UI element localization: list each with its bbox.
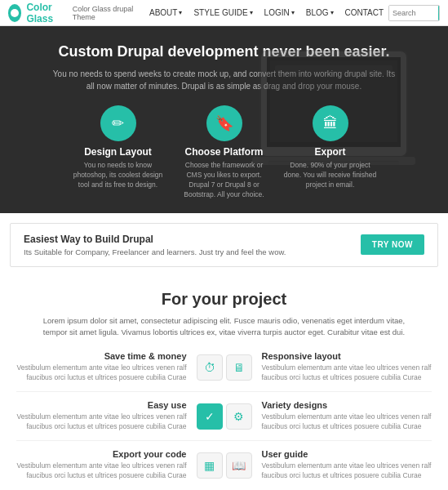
feature-variety: Variety designs Vestibulum elementum ant… xyxy=(255,400,432,432)
hero-section: Custom Drupal development never been eas… xyxy=(0,26,448,213)
brand-tagline: Color Glass drupal Theme xyxy=(73,5,136,21)
search-box: 🔍 xyxy=(388,5,440,21)
cta-subtitle: Its Suitable for Company, Freelancer and… xyxy=(24,247,286,256)
feature-center-0: ⏱ 🖥 xyxy=(197,351,252,383)
variety-desc: Vestibulum elementum ante vitae leo ultr… xyxy=(262,412,432,432)
cta-title: Easiest Way to Build Drupal xyxy=(24,234,286,245)
cta-banner: Easiest Way to Build Drupal Its Suitable… xyxy=(10,223,438,267)
brand-logo xyxy=(8,4,21,22)
design-layout-desc: You no needs to know photoshop, its cool… xyxy=(72,161,165,190)
choose-platform-title: Choose Platform xyxy=(178,146,271,158)
book-icon: 📖 xyxy=(226,452,252,479)
design-layout-title: Design Layout xyxy=(72,146,165,158)
choose-platform-icon: 🔖 xyxy=(206,105,242,141)
hero-feature-export: 🏛 Export Done. 90% of your project done.… xyxy=(277,105,384,213)
chevron-down-icon: ▾ xyxy=(291,9,295,16)
hero-feature-platform: 🔖 Choose Platform Choose the framework o… xyxy=(171,105,277,213)
nav-item-style[interactable]: STYLE GUIDE▾ xyxy=(189,0,257,26)
project-subtitle: Lorem ipsum dolor sit amet, consectetur … xyxy=(37,315,412,339)
choose-platform-desc: Choose the framework or CMS you likes to… xyxy=(178,161,271,200)
nav-item-login[interactable]: LOGIN▾ xyxy=(259,0,299,26)
feature-center-2: ▦ 📖 xyxy=(197,449,252,481)
responsive-desc: Vestibulum elementum ante vitae leo ultr… xyxy=(262,363,432,383)
settings-icon: ⚙ xyxy=(226,403,252,430)
feature-save-time: Save time & money Vestibulum elementum a… xyxy=(16,351,193,383)
nav-item-contact[interactable]: CONTACT xyxy=(340,0,389,26)
chevron-down-icon: ▾ xyxy=(250,9,253,16)
save-time-desc: Vestibulum elementum ante vitae leo ultr… xyxy=(16,363,187,383)
time-icon: ⏱ xyxy=(197,354,223,381)
save-time-title: Save time & money xyxy=(16,351,187,361)
feature-export-code: Export your code Vestibulum elementum an… xyxy=(16,449,193,481)
chevron-down-icon: ▾ xyxy=(330,9,334,16)
user-guide-desc: Vestibulum elementum ante vitae leo ultr… xyxy=(262,461,432,481)
navbar: Color Glass Color Glass drupal Theme ABO… xyxy=(0,0,448,26)
hero-features: ✏ Design Layout You no needs to know pho… xyxy=(16,105,432,213)
monitor-icon: 🖥 xyxy=(226,354,252,381)
export-code-desc: Vestibulum elementum ante vitae leo ultr… xyxy=(16,461,187,481)
export-title: Export xyxy=(284,146,377,158)
export-code-title: Export your code xyxy=(16,449,187,459)
feature-user-guide: User guide Vestibulum elementum ante vit… xyxy=(255,449,432,481)
chevron-down-icon: ▾ xyxy=(179,9,182,16)
cta-banner-text: Easiest Way to Build Drupal Its Suitable… xyxy=(24,234,286,256)
brand: Color Glass Color Glass drupal Theme xyxy=(8,2,136,24)
easy-use-title: Easy use xyxy=(16,400,187,410)
search-input[interactable] xyxy=(389,6,438,20)
project-section: For your project Lorem ipsum dolor sit a… xyxy=(0,277,448,490)
export-icon: 🏛 xyxy=(313,105,348,141)
brand-name: Color Glass xyxy=(26,2,67,24)
features-grid: Save time & money Vestibulum elementum a… xyxy=(16,351,432,480)
hero-feature-design: ✏ Design Layout You no needs to know pho… xyxy=(65,105,171,213)
try-now-button[interactable]: TRY NOW xyxy=(361,234,424,255)
user-guide-title: User guide xyxy=(262,449,432,459)
variety-title: Variety designs xyxy=(262,400,432,410)
responsive-title: Responsive layout xyxy=(262,351,432,361)
feature-easy-use: Easy use Vestibulum elementum ante vitae… xyxy=(16,400,193,432)
easy-use-desc: Vestibulum elementum ante vitae leo ultr… xyxy=(16,412,187,432)
feature-center-1: ✓ ⚙ xyxy=(197,400,252,432)
nav-item-blog[interactable]: BLOG▾ xyxy=(301,0,339,26)
svg-rect-7 xyxy=(275,65,393,75)
feature-responsive: Responsive layout Vestibulum elementum a… xyxy=(255,351,432,383)
design-layout-icon: ✏ xyxy=(100,105,136,141)
qr-icon: ▦ xyxy=(197,452,223,479)
nav-item-about[interactable]: ABOUT▾ xyxy=(144,0,187,26)
nav-items: ABOUT▾ STYLE GUIDE▾ LOGIN▾ BLOG▾ CONTACT xyxy=(144,0,388,26)
project-title: For your project xyxy=(16,290,432,309)
check-icon: ✓ xyxy=(197,403,223,430)
search-button[interactable]: 🔍 xyxy=(438,6,440,20)
export-desc: Done. 90% of your project done. You will… xyxy=(284,161,377,190)
